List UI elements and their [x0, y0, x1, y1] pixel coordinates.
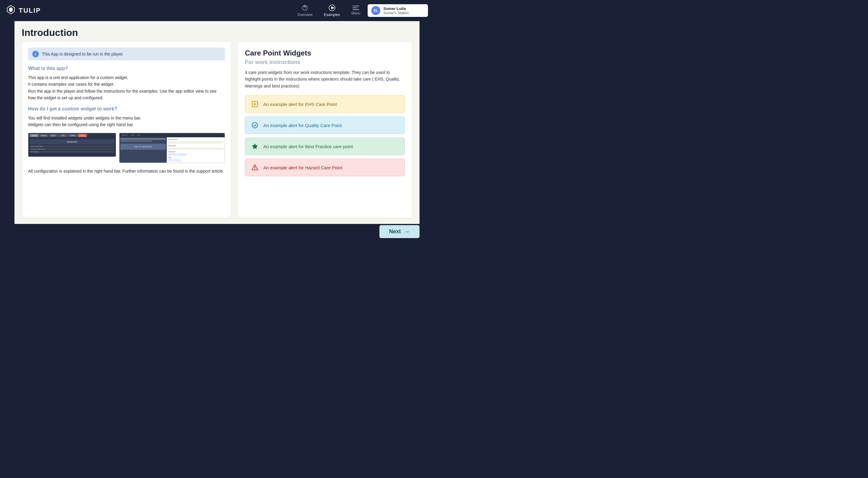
quality-icon: [251, 121, 259, 129]
config-body: All configuration is explained in the ri…: [28, 168, 225, 174]
hamburger-icon: [352, 6, 359, 10]
left-panel: i This App is designed to be run in the …: [22, 41, 231, 218]
svg-marker-1: [9, 7, 13, 12]
user-name: Sumer Lulla: [383, 6, 409, 11]
alert-quality-text: An example alert for Quality Care Point: [263, 123, 342, 128]
nav-overview[interactable]: Overview: [293, 2, 317, 19]
content-columns: i This App is designed to be run in the …: [14, 41, 420, 224]
right-panel: Care Point Widgets For work instructions…: [237, 41, 412, 218]
screenshot-1: Assets Buttons Inputs Text Embed Widgets…: [28, 133, 116, 157]
alert-ehs[interactable]: An example alert for EHS Care Point: [245, 95, 405, 113]
how-widget-body: You will find installed widgets under wi…: [28, 115, 225, 128]
alert-ehs-text: An example alert for EHS Care Point: [263, 102, 337, 107]
nav-menu[interactable]: Menu: [347, 4, 365, 17]
what-is-body: This app is a unit test application for …: [28, 74, 225, 101]
alert-bestpractice[interactable]: An example alert for Best Practice care …: [245, 138, 405, 155]
ehs-icon: [251, 100, 259, 108]
tulip-logo-icon: [6, 5, 16, 16]
footer: Next →: [0, 224, 434, 239]
care-title: Care Point Widgets: [245, 49, 405, 57]
alert-quality[interactable]: An example alert for Quality Care Point: [245, 117, 405, 134]
user-area: SL Sumer Lulla Sumer's Station: [368, 4, 428, 17]
user-station: Sumer's Station: [383, 11, 409, 15]
next-button[interactable]: Next →: [379, 225, 420, 238]
next-arrow-icon: →: [404, 228, 410, 235]
screenshot-2: WIDGET STEP APP TOOL TIP / HELPER TEXT: [119, 133, 225, 163]
info-icon: i: [32, 51, 39, 57]
svg-marker-4: [332, 7, 334, 9]
header-right: Overview Examples Menu SL Sumer Lulla: [293, 2, 428, 19]
how-widget-heading: How do I get a custom widget to work?: [28, 106, 225, 112]
nav-examples[interactable]: Examples: [320, 2, 344, 19]
user-info: Sumer Lulla Sumer's Station: [383, 6, 409, 15]
info-banner: i This App is designed to be run in the …: [28, 48, 225, 60]
alert-hazard-text: An example alert for Hazard Care Point: [263, 165, 342, 170]
alert-hazard[interactable]: An example alert for Hazard Care Point: [245, 159, 405, 176]
care-subtitle: For work instructions: [245, 59, 405, 65]
screenshots: Assets Buttons Inputs Text Embed Widgets…: [28, 133, 225, 163]
hazard-icon: [251, 163, 259, 172]
avatar: SL: [371, 6, 380, 15]
logo-area: TULIP: [6, 5, 41, 16]
care-description: 4 care point widgets from our work instr…: [245, 69, 405, 89]
svg-point-6: [252, 122, 257, 128]
logo-text: TULIP: [19, 7, 41, 14]
bestpractice-icon: [251, 142, 259, 151]
page-title: Introduction: [14, 21, 420, 41]
main-content: Introduction i This App is designed to b…: [14, 21, 420, 224]
what-is-heading: What is this app?: [28, 66, 225, 71]
header: TULIP Overview Examples Menu: [0, 0, 434, 21]
alert-bestpractice-text: An example alert for Best Practice care …: [263, 144, 353, 149]
